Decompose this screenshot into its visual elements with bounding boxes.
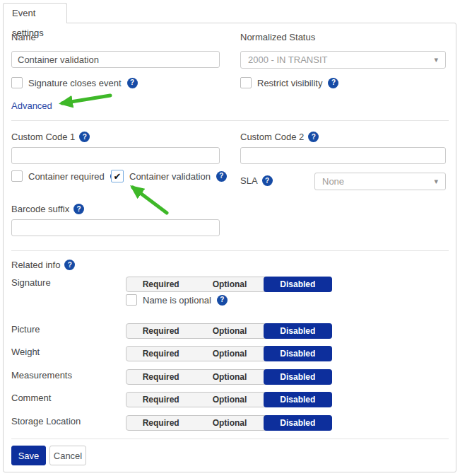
disabled-option-selected[interactable]: Disabled — [264, 323, 332, 339]
normalized-status-select[interactable]: 2000 - IN TRANSIT ▾ — [240, 51, 446, 69]
signature-closes-event-checkbox[interactable] — [11, 77, 23, 88]
optional-option[interactable]: Optional — [195, 370, 264, 384]
help-icon[interactable]: ? — [73, 204, 84, 214]
required-option[interactable]: Required — [126, 347, 195, 361]
disabled-option-selected[interactable]: Disabled — [264, 346, 332, 361]
custom-code-2-input[interactable] — [240, 147, 446, 164]
container-required-label: Container required — [28, 171, 105, 182]
required-option[interactable]: Required — [126, 324, 195, 338]
help-icon[interactable]: ? — [308, 132, 319, 142]
disabled-option-selected[interactable]: Disabled — [264, 277, 332, 292]
optional-option[interactable]: Optional — [195, 416, 264, 430]
storage-location-segmented-control: Required Optional Disabled — [126, 415, 332, 431]
container-required-checkbox[interactable] — [11, 170, 23, 182]
help-icon[interactable]: ? — [217, 295, 228, 306]
container-validation-checkbox[interactable]: ✔ — [111, 170, 124, 182]
container-required-row: Container required ? — [11, 170, 121, 182]
chevron-down-icon: ▾ — [434, 56, 438, 64]
normalized-status-label: Normalized Status — [240, 32, 315, 42]
measurements-segmented-control: Required Optional Disabled — [126, 369, 332, 385]
barcode-suffix-input[interactable] — [11, 219, 220, 236]
save-button[interactable]: Save — [11, 446, 46, 465]
normalized-status-value: 2000 - IN TRANSIT — [248, 54, 327, 65]
restrict-visibility-row: Restrict visibility ? — [240, 77, 338, 88]
optional-option[interactable]: Optional — [195, 347, 264, 361]
signature-closes-event-row: Signature closes event ? — [11, 77, 138, 88]
comment-segmented-control: Required Optional Disabled — [126, 392, 332, 407]
container-validation-label: Container validation — [129, 171, 211, 182]
disabled-option-selected[interactable]: Disabled — [264, 369, 332, 385]
required-option[interactable]: Required — [126, 370, 195, 384]
required-option[interactable]: Required — [126, 277, 195, 291]
help-icon[interactable]: ? — [328, 78, 338, 88]
name-input[interactable] — [11, 51, 220, 68]
help-icon[interactable]: ? — [127, 78, 138, 88]
required-option[interactable]: Required — [126, 416, 195, 430]
picture-segmented-control: Required Optional Disabled — [126, 323, 332, 339]
help-icon[interactable]: ? — [216, 171, 227, 182]
required-option[interactable]: Required — [126, 393, 195, 407]
optional-option[interactable]: Optional — [195, 277, 264, 291]
divider — [11, 120, 449, 121]
help-icon[interactable]: ? — [262, 175, 273, 186]
restrict-visibility-label: Restrict visibility — [257, 78, 322, 88]
event-settings-page: Event settings Name Normalized Status 20… — [0, 0, 460, 476]
barcode-suffix-label: Barcode suffix ? — [11, 204, 84, 214]
optional-option[interactable]: Optional — [195, 324, 264, 338]
related-info-title: Related info ? — [11, 260, 75, 270]
related-row-label-comment: Comment — [11, 393, 51, 403]
sla-label: SLA ? — [240, 175, 273, 186]
weight-segmented-control: Required Optional Disabled — [126, 346, 332, 361]
disabled-option-selected[interactable]: Disabled — [264, 392, 332, 407]
help-icon[interactable]: ? — [64, 260, 75, 270]
restrict-visibility-checkbox[interactable] — [240, 77, 252, 88]
name-is-optional-label: Name is optional — [143, 295, 211, 306]
sla-select[interactable]: None ▾ — [314, 173, 446, 190]
advanced-link[interactable]: Advanced — [11, 100, 52, 111]
sla-value: None — [322, 176, 344, 187]
disabled-option-selected[interactable]: Disabled — [264, 415, 332, 431]
related-row-label-picture: Picture — [11, 324, 40, 335]
custom-code-2-label: Custom Code 2 ? — [240, 132, 319, 142]
tab-event-settings[interactable]: Event settings — [3, 3, 67, 23]
optional-option[interactable]: Optional — [195, 393, 264, 407]
custom-code-1-label: Custom Code 1 ? — [11, 132, 90, 142]
container-validation-row: ✔ Container validation ? — [111, 170, 227, 182]
name-is-optional-checkbox[interactable] — [126, 294, 137, 306]
cancel-button[interactable]: Cancel — [49, 446, 86, 465]
related-row-label-signature: Signature — [11, 277, 51, 288]
related-row-label-storage-location: Storage Location — [11, 416, 81, 426]
help-icon[interactable]: ? — [79, 132, 90, 142]
custom-code-1-input[interactable] — [11, 147, 220, 164]
name-is-optional-row: Name is optional ? — [126, 294, 228, 306]
signature-closes-event-label: Signature closes event — [28, 78, 122, 88]
related-row-label-measurements: Measurements — [11, 370, 72, 381]
divider — [11, 439, 449, 439]
tab-label: Event settings — [12, 8, 44, 38]
related-row-label-weight: Weight — [11, 347, 40, 357]
divider — [11, 250, 449, 251]
signature-segmented-control: Required Optional Disabled — [126, 277, 332, 292]
chevron-down-icon: ▾ — [434, 178, 438, 185]
